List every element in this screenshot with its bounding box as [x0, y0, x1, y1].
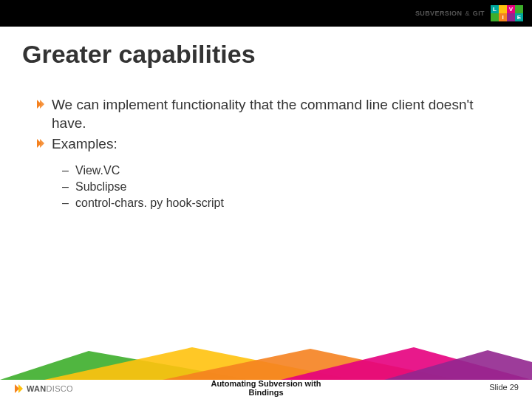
svg-marker-0	[0, 351, 251, 380]
sub-bullet-text: View.VC	[75, 164, 120, 177]
footer-center-line1: Automating Subversion with	[211, 379, 321, 389]
brand-git: GIT	[473, 10, 485, 17]
footer-logo: WANDISCO	[15, 384, 73, 393]
dash-icon: –	[62, 180, 75, 194]
svg-marker-3	[281, 347, 532, 380]
live-square	[491, 13, 499, 21]
live-logo: L I V E	[491, 5, 523, 21]
dash-icon: –	[62, 197, 75, 210]
brand-text: SUBVERSION & GIT	[415, 10, 485, 17]
chevron-icon	[37, 100, 47, 109]
content-area: We can implement functionality that the …	[37, 96, 502, 213]
sub-bullet-item: – Subclipse	[62, 180, 502, 194]
footer-logo-disco: DISCO	[47, 384, 73, 393]
brand-block: SUBVERSION & GIT L I V E	[415, 4, 523, 22]
live-letter-l: L	[491, 5, 499, 13]
live-letter-v: V	[507, 5, 515, 13]
svg-marker-1	[44, 347, 355, 380]
footer-logo-wan: WAN	[27, 384, 47, 393]
slide-number: Slide 29	[489, 383, 519, 392]
sub-bullet-text: Subclipse	[75, 180, 126, 194]
footer-decoration	[0, 347, 532, 380]
slide-title: Greater capabilities	[22, 40, 256, 69]
svg-marker-4	[384, 350, 532, 380]
svg-marker-2	[163, 349, 458, 380]
sub-bullet-text: control-chars. py hook-script	[75, 197, 224, 210]
bullet-text: Examples:	[52, 135, 117, 154]
footer-center-line2: Bindings	[211, 388, 321, 398]
live-letter-i: I	[499, 13, 507, 21]
bullet-item: We can implement functionality that the …	[37, 96, 502, 132]
slide: SUBVERSION & GIT L I V E Greater capabil…	[0, 0, 532, 399]
sub-bullet-item: – control-chars. py hook-script	[62, 197, 502, 210]
chevron-icon	[15, 384, 24, 393]
footer-center-title: Automating Subversion with Bindings	[211, 379, 321, 398]
footer-logo-text: WANDISCO	[27, 384, 73, 393]
live-letter-e: E	[515, 13, 523, 21]
live-square	[515, 5, 523, 13]
live-square	[507, 13, 515, 21]
chevron-icon	[37, 139, 47, 148]
live-square	[499, 5, 507, 13]
bullet-item: Examples:	[37, 135, 502, 154]
dash-icon: –	[62, 164, 75, 177]
brand-subversion: SUBVERSION	[415, 10, 463, 17]
bullet-text: We can implement functionality that the …	[52, 96, 502, 132]
brand-ampersand: &	[465, 10, 469, 17]
sub-bullet-list: – View.VC – Subclipse – control-chars. p…	[62, 164, 502, 210]
sub-bullet-item: – View.VC	[62, 164, 502, 177]
